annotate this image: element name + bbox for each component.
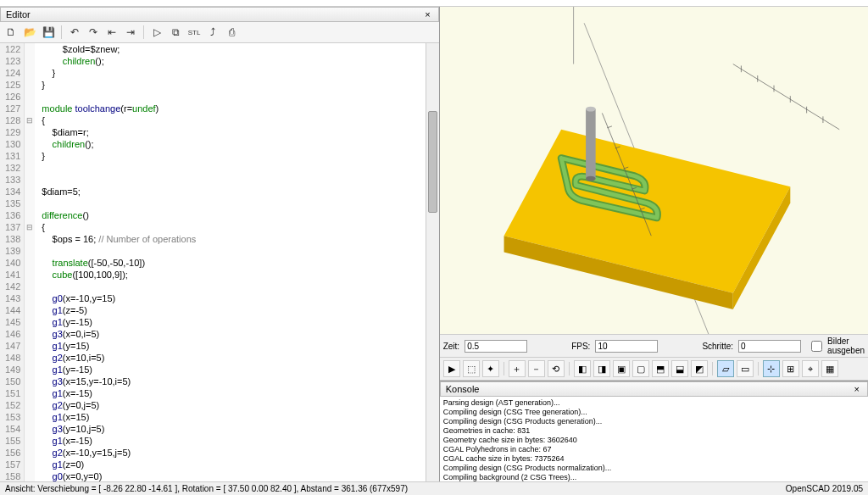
right-panel: Zeit: FPS: Schritte: Bilder ausgeben ▶ ⬚… — [440, 7, 868, 481]
open-icon[interactable]: 📂 — [22, 25, 37, 40]
animation-bar: Zeit: FPS: Schritte: Bilder ausgeben — [440, 334, 868, 358]
render-icon[interactable]: ⧉ — [168, 25, 183, 40]
wireframe-icon[interactable]: ▦ — [821, 360, 838, 377]
persp-icon[interactable]: ▱ — [717, 360, 734, 377]
status-left: Ansicht: Verschiebung = [ -8.26 22.80 -1… — [5, 484, 408, 493]
show-edges-icon[interactable]: ⊞ — [782, 360, 799, 377]
editor-title: Editor — [6, 9, 31, 19]
fps-label: FPS: — [571, 342, 590, 351]
fps-input[interactable] — [595, 340, 658, 353]
editor-panel: Editor × 🗋 📂 💾 ↶ ↷ ⇤ ⇥ ▷ ⧉ STL ⤴ ⎙ 12212… — [0, 7, 440, 481]
scene — [440, 7, 868, 334]
view-diag-icon[interactable]: ◩ — [691, 360, 708, 377]
indent-icon[interactable]: ⇥ — [123, 25, 138, 40]
separator — [504, 362, 504, 375]
view-left-icon[interactable]: ◧ — [574, 360, 591, 377]
bilder-label: Bilder ausgeben — [827, 336, 865, 355]
svg-rect-2 — [586, 109, 596, 179]
send-icon[interactable]: ⎙ — [224, 25, 239, 40]
unindent-icon[interactable]: ⇤ — [104, 25, 120, 40]
redo-icon[interactable]: ↷ — [86, 25, 101, 40]
view-toolbar: ▶ ⬚ ✦ ＋ － ⟲ ◧ ◨ ▣ ▢ ⬒ ⬓ ◩ ▱ ▭ ⊹ ⊞ ⌖ ▦ — [440, 358, 868, 381]
separator — [758, 362, 759, 375]
preview-icon[interactable]: ▶ — [443, 360, 460, 377]
svg-point-4 — [586, 176, 596, 181]
menubar — [0, 0, 868, 7]
view-bottom-icon[interactable]: ⬓ — [671, 360, 688, 377]
separator — [569, 362, 570, 375]
editor-titlebar: Editor × — [0, 7, 439, 22]
axes-icon[interactable]: ✦ — [482, 360, 499, 377]
crosshair-icon[interactable]: ⌖ — [802, 360, 819, 377]
view-top-icon[interactable]: ⬒ — [652, 360, 669, 377]
fold-gutter[interactable]: ⊟⊟ — [25, 43, 35, 481]
zoom-in-icon[interactable]: ＋ — [509, 360, 526, 377]
code-editor[interactable]: 1221231241251261271281291301311321331341… — [0, 43, 439, 481]
preview-icon[interactable]: ▷ — [149, 25, 164, 40]
ortho-icon[interactable]: ▭ — [737, 360, 754, 377]
zeit-label: Zeit: — [443, 342, 459, 351]
tool-bit — [586, 107, 596, 181]
3d-viewport[interactable] — [440, 7, 868, 334]
view-front-icon[interactable]: ▣ — [613, 360, 630, 377]
scroll-thumb[interactable] — [428, 111, 437, 213]
show-axes-icon[interactable]: ⊹ — [763, 360, 780, 377]
separator — [143, 25, 144, 39]
console-output[interactable]: Parsing design (AST generation)...Compil… — [440, 397, 868, 481]
view-back-icon[interactable]: ▢ — [632, 360, 649, 377]
scrollbar[interactable] — [426, 43, 439, 481]
cube-icon[interactable]: ⬚ — [463, 360, 480, 377]
schritte-input[interactable] — [738, 340, 801, 353]
zoom-out-icon[interactable]: － — [528, 360, 545, 377]
zoom-reset-icon[interactable]: ⟲ — [548, 360, 565, 377]
zeit-input[interactable] — [465, 340, 527, 353]
editor-toolbar: 🗋 📂 💾 ↶ ↷ ⇤ ⇥ ▷ ⧉ STL ⤴ ⎙ — [0, 22, 439, 43]
code-content[interactable]: $zold=$znew; children(); }} module toolc… — [35, 43, 425, 481]
view-right-icon[interactable]: ◨ — [593, 360, 610, 377]
separator — [61, 25, 62, 39]
export-icon[interactable]: ⤴ — [205, 25, 220, 40]
main-area: Editor × 🗋 📂 💾 ↶ ↷ ⇤ ⇥ ▷ ⧉ STL ⤴ ⎙ 12212… — [0, 7, 868, 481]
status-right: OpenSCAD 2019.05 — [786, 484, 863, 493]
undo-icon[interactable]: ↶ — [67, 25, 82, 40]
close-icon[interactable]: × — [422, 9, 432, 19]
schritte-label: Schritte: — [702, 342, 733, 351]
console-title: Konsole — [446, 384, 480, 394]
console-panel: Konsole × Parsing design (AST generation… — [440, 381, 868, 481]
new-icon[interactable]: 🗋 — [3, 25, 19, 40]
line-gutter: 1221231241251261271281291301311321331341… — [0, 43, 25, 481]
save-icon[interactable]: 💾 — [41, 25, 56, 40]
svg-line-5 — [732, 64, 838, 130]
close-icon[interactable]: × — [852, 384, 862, 394]
svg-point-3 — [586, 107, 596, 112]
separator — [712, 362, 713, 375]
status-bar: Ansicht: Verschiebung = [ -8.26 22.80 -1… — [0, 481, 868, 495]
stl-icon[interactable]: STL — [186, 25, 202, 40]
console-titlebar: Konsole × — [440, 381, 868, 397]
bilder-checkbox[interactable] — [811, 341, 822, 352]
